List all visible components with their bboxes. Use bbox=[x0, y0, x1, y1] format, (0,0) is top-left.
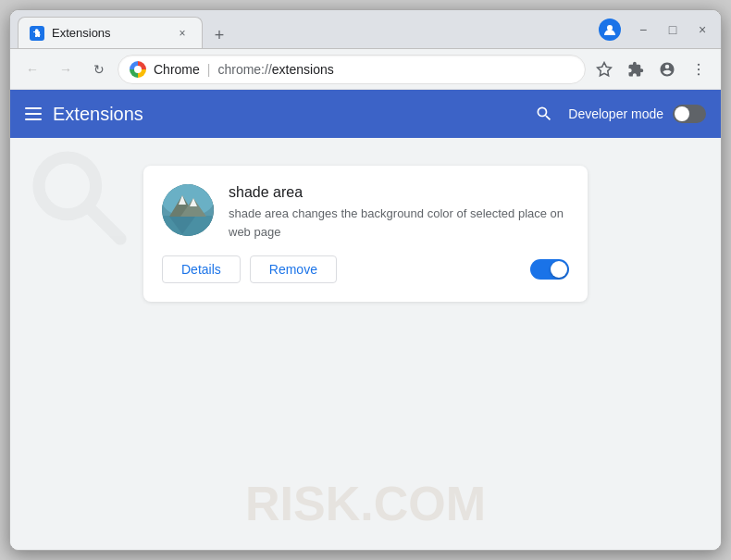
dev-mode-area: Developer mode bbox=[529, 99, 706, 129]
extensions-button[interactable] bbox=[621, 55, 650, 84]
reload-button[interactable]: ↻ bbox=[84, 55, 114, 84]
extensions-header: Extensions Developer mode bbox=[10, 90, 721, 138]
magnifier-watermark-icon bbox=[29, 147, 130, 249]
watermark-text: RISK.COM bbox=[245, 476, 486, 531]
search-icon bbox=[535, 105, 553, 123]
hamburger-menu-button[interactable] bbox=[25, 107, 42, 120]
svg-marker-1 bbox=[598, 62, 612, 75]
extensions-page-title: Extensions bbox=[53, 104, 518, 125]
chrome-logo-icon bbox=[130, 61, 146, 78]
extension-card: shade area shade area changes the backgr… bbox=[143, 166, 588, 302]
active-tab[interactable]: Extensions × bbox=[18, 17, 203, 48]
close-button[interactable]: × bbox=[691, 19, 713, 41]
svg-line-6 bbox=[88, 206, 120, 239]
tab-area: Extensions × + bbox=[18, 10, 595, 48]
title-bar: Extensions × + − □ × bbox=[10, 10, 721, 49]
puzzle-icon bbox=[32, 29, 42, 38]
profile-area bbox=[595, 15, 625, 44]
profile-button[interactable] bbox=[652, 55, 682, 84]
star-icon bbox=[596, 61, 613, 78]
extension-enabled-toggle[interactable] bbox=[530, 259, 569, 280]
svg-point-3 bbox=[698, 68, 700, 69]
extension-name: shade area bbox=[229, 184, 569, 201]
svg-point-2 bbox=[698, 63, 700, 65]
extensions-content: RISK.COM bbox=[10, 138, 721, 550]
address-site-name: Chrome bbox=[154, 62, 200, 77]
extension-toggle-track[interactable] bbox=[530, 259, 569, 280]
tab-favicon bbox=[30, 26, 44, 41]
profile-svg bbox=[603, 23, 616, 36]
search-button[interactable] bbox=[529, 99, 559, 129]
watermark-magnifier bbox=[29, 147, 130, 253]
hamburger-line-1 bbox=[25, 107, 42, 109]
hamburger-line-2 bbox=[25, 113, 42, 115]
maximize-button[interactable]: □ bbox=[662, 19, 684, 41]
svg-point-5 bbox=[39, 157, 96, 215]
extension-info: shade area shade area changes the backgr… bbox=[229, 184, 569, 241]
extension-icon-image bbox=[162, 184, 214, 236]
address-url: chrome://extensions bbox=[217, 62, 333, 77]
svg-point-4 bbox=[698, 73, 700, 75]
window-controls: − □ × bbox=[632, 19, 713, 41]
back-button[interactable]: ← bbox=[18, 55, 47, 84]
browser-toolbar: ← → ↻ Chrome | chrome://extensions bbox=[10, 49, 721, 90]
profile-icon bbox=[599, 19, 621, 41]
toolbar-actions bbox=[589, 55, 713, 84]
extension-card-header: shade area shade area changes the backgr… bbox=[162, 184, 569, 241]
account-icon bbox=[659, 61, 675, 78]
remove-button[interactable]: Remove bbox=[250, 255, 337, 283]
extension-icon bbox=[162, 184, 214, 236]
minimize-button[interactable]: − bbox=[632, 19, 654, 41]
hamburger-line-3 bbox=[25, 118, 42, 120]
address-separator: | bbox=[207, 62, 211, 77]
more-vert-icon bbox=[690, 61, 707, 78]
extension-description: shade area changes the background color … bbox=[229, 205, 569, 241]
menu-button[interactable] bbox=[684, 55, 713, 84]
url-path: extensions bbox=[272, 62, 334, 77]
forward-button[interactable]: → bbox=[51, 55, 81, 84]
url-scheme: chrome:// bbox=[217, 62, 271, 77]
new-tab-button[interactable]: + bbox=[206, 22, 232, 48]
browser-window: Extensions × + − □ × ← → ↻ Chrome bbox=[9, 9, 722, 551]
details-button[interactable]: Details bbox=[162, 255, 241, 283]
tab-title: Extensions bbox=[52, 26, 167, 40]
toggle-knob bbox=[675, 106, 689, 121]
address-bar[interactable]: Chrome | chrome://extensions bbox=[118, 55, 586, 84]
developer-mode-label: Developer mode bbox=[568, 106, 663, 121]
extension-card-footer: Details Remove bbox=[162, 255, 569, 283]
bookmark-button[interactable] bbox=[589, 55, 619, 84]
extension-toggle-knob bbox=[551, 261, 567, 278]
tab-close-btn[interactable]: × bbox=[174, 25, 191, 42]
extensions-icon bbox=[627, 61, 644, 78]
developer-mode-toggle[interactable] bbox=[673, 105, 706, 123]
